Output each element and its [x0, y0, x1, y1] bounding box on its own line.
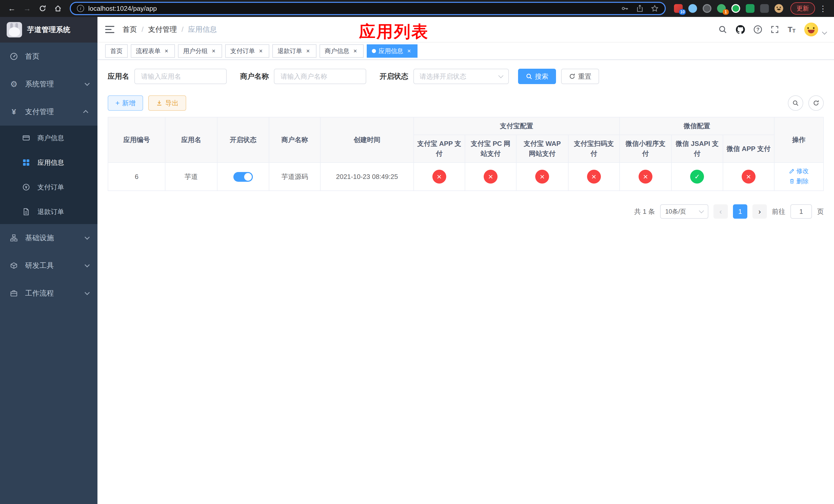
- merchant-name-input[interactable]: [274, 69, 366, 84]
- app-name-input[interactable]: [134, 69, 227, 84]
- screen: ← → i localhost:1024/pay/app: [0, 0, 834, 504]
- status-toggle[interactable]: [233, 172, 253, 182]
- page-size-select[interactable]: 10条/页: [660, 204, 708, 219]
- cell-wechat-mini: [620, 162, 672, 191]
- search-button[interactable]: 搜索: [518, 69, 556, 84]
- extension-icon-5[interactable]: [731, 4, 740, 13]
- close-icon[interactable]: ×: [406, 48, 412, 54]
- pencil-icon: [789, 168, 795, 174]
- sidebar-item-merchant-info[interactable]: 商户信息: [0, 125, 97, 150]
- pagination: 共 1 条 10条/页 ‹ 1 › 前往 页: [108, 204, 824, 219]
- share-icon[interactable]: [636, 5, 644, 12]
- delete-button[interactable]: 删除: [789, 177, 809, 186]
- extensions-area: 10 1: [674, 4, 783, 13]
- site-info-icon[interactable]: i: [77, 5, 84, 12]
- tab-payment-orders[interactable]: 支付订单×: [225, 44, 269, 58]
- fullscreen-icon[interactable]: [771, 25, 779, 33]
- search-icon: [792, 100, 799, 107]
- cell-alipay-pc: [465, 162, 516, 191]
- export-button[interactable]: 导出: [148, 95, 186, 111]
- tab-refund-orders[interactable]: 退款订单×: [272, 44, 316, 58]
- bookmark-star-icon[interactable]: [651, 5, 659, 12]
- sidebar-item-dev-tools[interactable]: 研发工具: [0, 252, 97, 279]
- sidebar-item-system[interactable]: ⚙ 系统管理: [0, 70, 97, 98]
- extension-icon-4[interactable]: 1: [717, 4, 726, 13]
- extension-icon-2[interactable]: [688, 4, 697, 13]
- cell-created: 2021-10-23 08:49:25: [320, 162, 413, 191]
- sidebar-item-label: 基础设施: [25, 233, 54, 243]
- col-actions: 操作: [774, 117, 824, 162]
- edit-button[interactable]: 修改: [789, 166, 809, 176]
- password-key-icon[interactable]: [621, 5, 629, 12]
- tab-merchant-info[interactable]: 商户信息×: [320, 44, 364, 58]
- address-bar[interactable]: i localhost:1024/pay/app: [70, 2, 666, 15]
- chrome-update-button[interactable]: 更新: [790, 2, 815, 15]
- edit-button-label: 修改: [796, 166, 809, 176]
- sidebar-item-label: 首页: [25, 51, 40, 61]
- close-icon[interactable]: ×: [258, 48, 264, 54]
- sidebar-item-infrastructure[interactable]: 基础设施: [0, 224, 97, 252]
- close-icon[interactable]: ×: [352, 48, 358, 54]
- extension-icon-6[interactable]: [746, 4, 754, 13]
- breadcrumb-home[interactable]: 首页: [123, 25, 137, 35]
- browser-toolbar: ← → i localhost:1024/pay/app: [0, 0, 834, 17]
- chevron-down-icon: [85, 262, 90, 267]
- search-icon[interactable]: [718, 25, 727, 34]
- tab-label: 应用信息: [378, 47, 403, 55]
- status-select[interactable]: 请选择开启状态: [413, 69, 509, 84]
- col-merchant: 商户名称: [269, 117, 320, 162]
- cell-app-name: 芋道: [165, 162, 217, 191]
- close-icon[interactable]: ×: [305, 48, 311, 54]
- github-icon[interactable]: [736, 25, 745, 34]
- user-avatar[interactable]: [804, 23, 818, 37]
- tab-label: 用户分组: [183, 47, 208, 55]
- tab-label: 流程表单: [136, 47, 160, 55]
- sidebar-item-home[interactable]: 首页: [0, 43, 97, 70]
- sidebar-item-refund-orders[interactable]: 退款订单: [0, 200, 97, 224]
- tab-home[interactable]: 首页: [105, 44, 128, 58]
- close-icon[interactable]: ×: [163, 48, 170, 54]
- show-search-button[interactable]: [788, 95, 803, 111]
- goto-page-input[interactable]: [790, 204, 812, 219]
- sidebar-item-payment[interactable]: ¥ 支付管理: [0, 98, 97, 125]
- font-size-icon[interactable]: TT: [788, 26, 795, 33]
- back-icon[interactable]: ←: [5, 2, 19, 15]
- dashboard-icon: [9, 52, 19, 61]
- next-page-button[interactable]: ›: [752, 204, 767, 219]
- breadcrumb-section[interactable]: 支付管理: [148, 25, 177, 35]
- cell-wechat-app: [723, 162, 774, 191]
- chevron-down-icon: [699, 208, 704, 213]
- chevron-down-icon[interactable]: [822, 29, 827, 35]
- cell-alipay-qr: [568, 162, 620, 191]
- tab-app-info[interactable]: 应用信息×: [367, 44, 418, 58]
- url-text[interactable]: localhost:1024/pay/app: [88, 5, 157, 13]
- refresh-button[interactable]: [808, 95, 824, 111]
- forward-icon[interactable]: →: [21, 2, 34, 15]
- reset-button[interactable]: 重置: [561, 69, 599, 84]
- reload-icon[interactable]: [36, 2, 49, 15]
- extension-icon-7[interactable]: [774, 4, 783, 13]
- close-icon[interactable]: ×: [210, 48, 217, 54]
- sidebar-item-app-info[interactable]: 应用信息: [0, 150, 97, 175]
- extension-icon-3[interactable]: [703, 4, 711, 13]
- tab-process-form[interactable]: 流程表单×: [131, 44, 175, 58]
- browser-menu-icon[interactable]: ⋮: [817, 4, 829, 13]
- grid-icon: [22, 159, 31, 166]
- top-navbar: 首页 / 支付管理 / 应用信息 ?: [97, 17, 834, 43]
- page-number-1[interactable]: 1: [733, 204, 747, 219]
- table-toolbar: + 新增 导出: [108, 95, 824, 111]
- navbar-actions: ? TT: [718, 23, 826, 37]
- sidebar-item-workflow[interactable]: 工作流程: [0, 279, 97, 307]
- tab-user-group[interactable]: 用户分组×: [178, 44, 222, 58]
- help-icon[interactable]: ?: [754, 25, 762, 33]
- extension-icon-1[interactable]: 10: [674, 4, 683, 13]
- sidebar-item-payment-orders[interactable]: 支付订单: [0, 175, 97, 200]
- prev-page-button[interactable]: ‹: [714, 204, 728, 219]
- extensions-puzzle-icon[interactable]: [760, 4, 769, 13]
- document-icon: [22, 208, 31, 215]
- add-button[interactable]: + 新增: [108, 95, 143, 111]
- home-icon[interactable]: [51, 2, 65, 15]
- breadcrumb-current: 应用信息: [188, 25, 217, 35]
- sidebar-toggle-icon[interactable]: [105, 26, 114, 33]
- col-group-wechat: 微信配置: [620, 117, 774, 135]
